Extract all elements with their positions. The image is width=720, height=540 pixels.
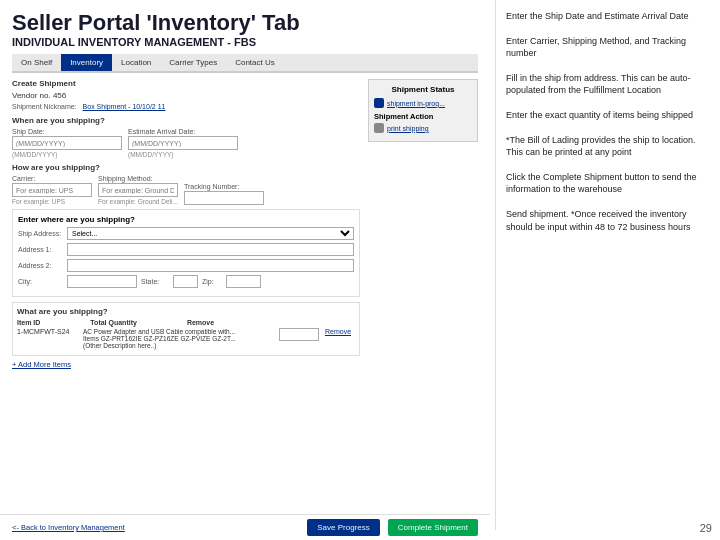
tab-on-shelf[interactable]: On Shelf — [12, 54, 61, 71]
page-number: 29 — [700, 522, 712, 534]
tip-2: Enter Carrier, Shipping Method, and Trac… — [506, 35, 710, 60]
ship-address-row: Ship Address: Select... — [18, 227, 354, 240]
action-text-1: print shipping — [387, 125, 429, 132]
tip-4: Enter the exact quantity of items being … — [506, 109, 710, 122]
arrival-date-input[interactable] — [128, 136, 238, 150]
page-subtitle: INDIVIDUAL INVENTORY MANAGEMENT - FBS — [12, 36, 478, 48]
shipping-method-group: Shipping Method: For example: Ground Del… — [98, 175, 178, 205]
tab-location[interactable]: Location — [112, 54, 160, 71]
arrival-date-group: Estimate Arrival Date: (MM/DD/YYYY) — [128, 128, 238, 158]
tip-5: *The Bill of Lading provides the ship to… — [506, 134, 710, 159]
zip-input[interactable] — [226, 275, 261, 288]
ship-date-hint: (MM/DD/YYYY) — [12, 151, 122, 158]
city-state-zip-row: City: State: Zip: — [18, 275, 354, 288]
ship-date-label: Ship Date: — [12, 128, 122, 135]
action-icon-1 — [374, 123, 384, 133]
back-link[interactable]: <- Back to Inventory Management — [12, 523, 125, 532]
address2-row: Address 2: — [18, 259, 354, 272]
table-row: 1-MCMFWT-S24 AC Power Adapter and USB Ca… — [17, 328, 355, 349]
carrier-hint: For example: UPS — [12, 198, 92, 205]
item-id-col-header: Item ID — [17, 319, 40, 326]
shipment-id-value: Box Shipment - 10/10/2 11 — [83, 103, 166, 110]
ship-date-input[interactable] — [12, 136, 122, 150]
item-desc: AC Power Adapter and USB Cable compatibl… — [83, 328, 273, 349]
address-title: Enter where are you shipping? — [18, 215, 354, 224]
form-left: Create Shipment Vendor no. 456 Shipment … — [12, 79, 360, 373]
address2-label: Address 2: — [18, 262, 63, 269]
status-item-1[interactable]: shipment in-prog... — [374, 98, 472, 108]
vendor-label: Vendor no. 456 — [12, 91, 360, 100]
tip-3: Fill in the ship from address. This can … — [506, 72, 710, 97]
form-area: Create Shipment Vendor no. 456 Shipment … — [12, 79, 478, 373]
ship-address-label: Ship Address: — [18, 230, 63, 237]
dates-row: Ship Date: (MM/DD/YYYY) Estimate Arrival… — [12, 128, 360, 158]
shipment-nickname-row: Shipment Nickname: Box Shipment - 10/10/… — [12, 103, 360, 111]
shipping-method-hint: For example: Ground Deli... — [98, 198, 178, 205]
when-shipping-label: When are you shipping? — [12, 116, 360, 125]
how-shipping-label: How are you shipping? — [12, 163, 360, 172]
shipping-method-label: Shipping Method: — [98, 175, 178, 182]
tab-inventory[interactable]: Inventory — [61, 54, 112, 71]
item-id: 1-MCMFWT-S24 — [17, 328, 77, 335]
add-item-link[interactable]: + Add More Items — [12, 360, 360, 369]
tip-6: Click the Complete Shipment button to se… — [506, 171, 710, 196]
city-input[interactable] — [67, 275, 137, 288]
remove-link[interactable]: Remove — [325, 328, 355, 335]
status-title: Shipment Status — [374, 85, 472, 94]
carrier-row: Carrier: For example: UPS Shipping Metho… — [12, 175, 360, 205]
save-progress-button[interactable]: Save Progress — [307, 519, 379, 536]
tracking-number-label: Tracking Number: — [184, 183, 264, 190]
carrier-label: Carrier: — [12, 175, 92, 182]
tab-carrier-types[interactable]: Carrier Types — [160, 54, 226, 71]
tab-contact-us[interactable]: Contact Us — [226, 54, 284, 71]
items-table-header: Item ID Total Quantity Remove — [17, 319, 355, 326]
tip-7: Send shipment. *Once received the invent… — [506, 208, 710, 233]
items-section: What are you shipping? Item ID Total Qua… — [12, 302, 360, 356]
left-panel: Seller Portal 'Inventory' Tab INDIVIDUAL… — [0, 0, 490, 540]
bottom-bar: <- Back to Inventory Management Save Pro… — [0, 514, 490, 540]
status-icon-1 — [374, 98, 384, 108]
address1-label: Address 1: — [18, 246, 63, 253]
items-title: What are you shipping? — [17, 307, 355, 316]
status-text-1: shipment in-prog... — [387, 100, 445, 107]
action-label: Shipment Action — [374, 112, 472, 121]
ship-address-select[interactable]: Select... — [67, 227, 354, 240]
action-item-1[interactable]: print shipping — [374, 123, 472, 133]
carrier-group: Carrier: For example: UPS — [12, 175, 92, 205]
status-panel: Shipment Status shipment in-prog... Ship… — [368, 79, 478, 142]
tracking-number-group: Tracking Number: — [184, 183, 264, 205]
shipment-id-label: Shipment Nickname: — [12, 103, 77, 110]
item-qty-input[interactable] — [279, 328, 319, 341]
address-section: Enter where are you shipping? Ship Addre… — [12, 209, 360, 297]
total-qty-col-header: Total Quantity — [90, 319, 137, 326]
ship-date-group: Ship Date: (MM/DD/YYYY) — [12, 128, 122, 158]
shipment-status-panel: Shipment Status shipment in-prog... Ship… — [368, 79, 478, 373]
create-shipment-title: Create Shipment — [12, 79, 360, 88]
tip-1: Enter the Ship Date and Estimate Arrival… — [506, 10, 710, 23]
address1-input[interactable] — [67, 243, 354, 256]
address1-row: Address 1: — [18, 243, 354, 256]
nav-tabs: On Shelf Inventory Location Carrier Type… — [12, 54, 478, 73]
shipping-method-input[interactable] — [98, 183, 178, 197]
complete-shipment-button[interactable]: Complete Shipment — [388, 519, 478, 536]
city-label: City: — [18, 278, 63, 285]
page-title: Seller Portal 'Inventory' Tab — [12, 10, 478, 36]
state-label: State: — [141, 278, 169, 285]
arrival-date-label: Estimate Arrival Date: — [128, 128, 238, 135]
arrival-date-hint: (MM/DD/YYYY) — [128, 151, 238, 158]
state-input[interactable] — [173, 275, 198, 288]
address2-input[interactable] — [67, 259, 354, 272]
tracking-number-input[interactable] — [184, 191, 264, 205]
carrier-input[interactable] — [12, 183, 92, 197]
zip-label: Zip: — [202, 278, 222, 285]
remove-col-header: Remove — [187, 319, 214, 326]
right-panel: Enter the Ship Date and Estimate Arrival… — [495, 0, 720, 530]
